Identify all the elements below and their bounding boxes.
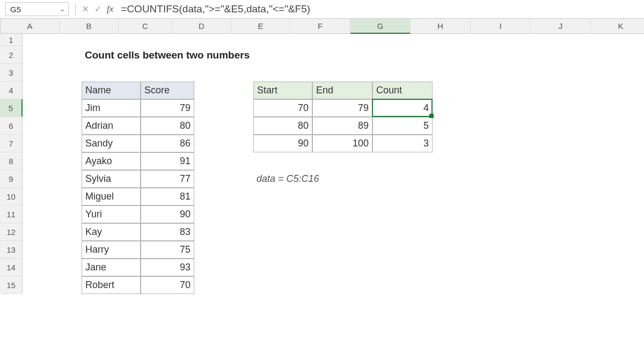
table1-score-1[interactable]: 80: [141, 117, 194, 135]
table1-name-4[interactable]: Sylvia: [82, 170, 141, 188]
row-header-8[interactable]: 8: [0, 152, 23, 170]
table1-name-1[interactable]: Adrian: [82, 117, 141, 135]
col-header-K[interactable]: K: [591, 19, 644, 34]
table2-count-2[interactable]: 3: [372, 135, 433, 152]
formula-bar: G5 ⌄ ✕ ✓ fx: [0, 0, 644, 19]
named-range-note: data = C5:C16: [253, 170, 433, 188]
table1-score-2[interactable]: 86: [141, 135, 194, 152]
table1-header-1: Score: [141, 82, 194, 99]
table1-score-10[interactable]: 70: [141, 276, 194, 294]
col-header-F[interactable]: F: [290, 19, 350, 34]
table1-score-0[interactable]: 79: [141, 99, 194, 117]
table2-start-0[interactable]: 70: [253, 99, 312, 117]
table1-score-5[interactable]: 81: [141, 188, 194, 205]
table1-name-2[interactable]: Sandy: [82, 135, 141, 152]
table2-header-0: Start: [253, 82, 312, 99]
table1-name-6[interactable]: Yuri: [82, 205, 141, 223]
table1-name-0[interactable]: Jim: [82, 99, 141, 117]
row-header-2[interactable]: 2: [0, 46, 23, 64]
chevron-down-icon[interactable]: ⌄: [60, 5, 65, 13]
fx-icon[interactable]: fx: [107, 4, 113, 14]
formula-input[interactable]: [118, 3, 640, 16]
table1-name-5[interactable]: Miguel: [82, 188, 141, 205]
table2-header-1: End: [312, 82, 372, 99]
col-header-E[interactable]: E: [231, 19, 290, 34]
table2-end-1[interactable]: 89: [312, 117, 372, 135]
table1-header-0: Name: [82, 82, 141, 99]
row-header-12[interactable]: 12: [0, 223, 23, 241]
col-header-D[interactable]: D: [172, 19, 231, 34]
table2-start-1[interactable]: 80: [253, 117, 312, 135]
col-header-C[interactable]: C: [119, 19, 172, 34]
table1-score-8[interactable]: 75: [141, 241, 194, 259]
col-header-H[interactable]: H: [411, 19, 471, 34]
table1-name-9[interactable]: Jane: [82, 259, 141, 276]
table1-name-8[interactable]: Harry: [82, 241, 141, 259]
row-header-3[interactable]: 3: [0, 64, 23, 82]
table2-end-0[interactable]: 79: [312, 99, 372, 117]
col-header-B[interactable]: B: [60, 19, 119, 34]
enter-icon[interactable]: ✓: [94, 4, 101, 14]
table2-start-2[interactable]: 90: [253, 135, 312, 152]
row-header-1[interactable]: 1: [0, 34, 23, 46]
table2-count-0[interactable]: 4: [372, 99, 433, 117]
row-header-6[interactable]: 6: [0, 117, 23, 135]
name-box[interactable]: G5 ⌄: [5, 2, 69, 16]
row-header-13[interactable]: 13: [0, 241, 23, 259]
col-header-G[interactable]: G: [350, 19, 411, 34]
row-header-7[interactable]: 7: [0, 135, 23, 152]
name-box-value: G5: [10, 5, 21, 14]
table2-count-1[interactable]: 5: [372, 117, 433, 135]
grid-body: 123456789101112131415 Count cells betwee…: [0, 34, 644, 294]
table2-header-2: Count: [372, 82, 433, 99]
table1-score-9[interactable]: 93: [141, 259, 194, 276]
divider: [75, 3, 76, 15]
spreadsheet-cells[interactable]: Count cells between two numbersNameScore…: [23, 34, 644, 294]
row-header-10[interactable]: 10: [0, 188, 23, 205]
table1-score-6[interactable]: 90: [141, 205, 194, 223]
page-title: Count cells between two numbers: [82, 46, 312, 64]
col-header-J[interactable]: J: [531, 19, 591, 34]
row-header-9[interactable]: 9: [0, 170, 23, 188]
column-header-row: ABCDEFGHIJK: [0, 19, 644, 34]
row-header-11[interactable]: 11: [0, 205, 23, 223]
cancel-icon[interactable]: ✕: [82, 4, 89, 14]
col-header-I[interactable]: I: [471, 19, 531, 34]
select-all-corner[interactable]: [0, 19, 1, 34]
table1-name-3[interactable]: Ayako: [82, 152, 141, 170]
table1-name-7[interactable]: Kay: [82, 223, 141, 241]
table1-score-4[interactable]: 77: [141, 170, 194, 188]
row-header-4[interactable]: 4: [0, 82, 23, 99]
table2-end-2[interactable]: 100: [312, 135, 372, 152]
row-header-14[interactable]: 14: [0, 259, 23, 276]
table1-score-7[interactable]: 83: [141, 223, 194, 241]
formula-bar-icons: ✕ ✓ fx: [82, 4, 113, 14]
table1-name-10[interactable]: Robert: [82, 276, 141, 294]
row-header-5[interactable]: 5: [0, 99, 23, 117]
row-header-15[interactable]: 15: [0, 276, 23, 294]
col-header-A[interactable]: A: [1, 19, 60, 34]
table1-score-3[interactable]: 91: [141, 152, 194, 170]
